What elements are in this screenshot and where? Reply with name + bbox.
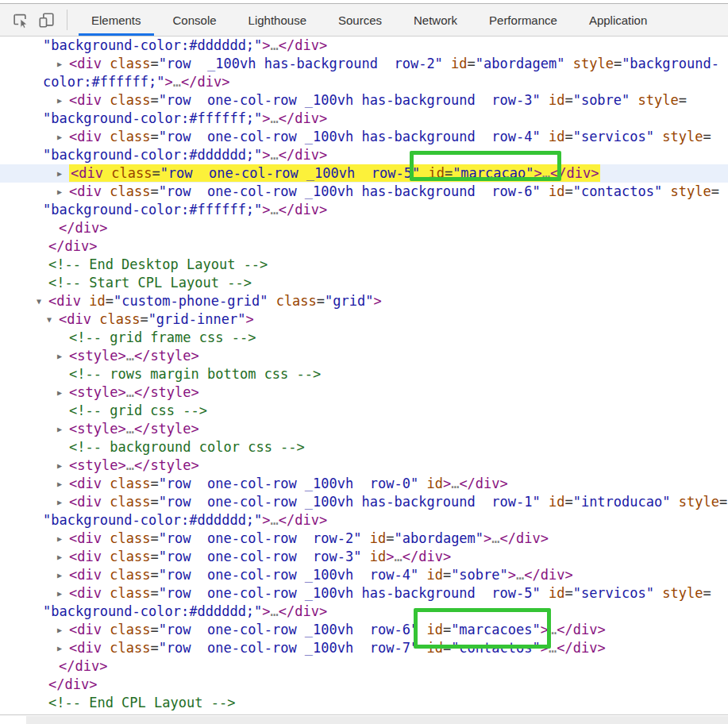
- inspect-icon[interactable]: [8, 8, 32, 32]
- tree-node[interactable]: </div>: [0, 657, 728, 676]
- tree-node[interactable]: ▼<div id="custom-phone-grid" class="grid…: [0, 292, 728, 310]
- syntax-token: style: [679, 494, 719, 510]
- twisty-collapsed-icon[interactable]: ▶: [57, 91, 62, 110]
- tab-network[interactable]: Network: [398, 4, 473, 36]
- tab-performance[interactable]: Performance: [473, 4, 573, 36]
- twisty-collapsed-icon[interactable]: ▶: [57, 566, 62, 584]
- tree-node[interactable]: "background-color:#dddddd;">…</div>: [0, 511, 728, 530]
- twisty-collapsed-icon[interactable]: ▶: [57, 493, 62, 511]
- syntax-token: <div: [48, 293, 89, 309]
- tree-node[interactable]: <!-- background color css -->: [0, 438, 728, 456]
- tree-node[interactable]: <!-- grid css -->: [0, 402, 728, 420]
- syntax-token: id: [89, 293, 105, 309]
- twisty-collapsed-icon[interactable]: ▶: [57, 164, 62, 183]
- tree-node[interactable]: ▶<style>…</style>: [0, 383, 728, 402]
- syntax-token: class: [111, 165, 152, 181]
- tree-node[interactable]: ▶<div class="row one-col-row _100vh has-…: [0, 91, 728, 110]
- tree-node[interactable]: "background-color:#dddddd;">…</div>: [0, 37, 728, 55]
- twisty-collapsed-icon[interactable]: ▶: [57, 128, 62, 146]
- tree-node[interactable]: color:#ffffff;">…</div>: [0, 73, 728, 91]
- syntax-token: class: [110, 494, 150, 510]
- tree-node[interactable]: ▶<div class="row one-col-row _100vh row-…: [0, 621, 728, 639]
- twisty-collapsed-icon[interactable]: ▶: [57, 55, 62, 73]
- syntax-token: >: [508, 567, 516, 583]
- tree-node[interactable]: ▶<div class="row one-col-row _100vh has-…: [0, 493, 728, 511]
- tab-console[interactable]: Console: [157, 4, 233, 36]
- twisty-collapsed-icon[interactable]: ▶: [57, 420, 62, 438]
- syntax-token: "servicos": [573, 129, 654, 144]
- syntax-token: <!-- background color css -->: [69, 439, 305, 455]
- syntax-token: =: [564, 494, 572, 510]
- tree-node[interactable]: <!-- grid frame css -->: [0, 329, 728, 347]
- syntax-token: >: [262, 37, 270, 53]
- syntax-token: >: [386, 549, 394, 564]
- syntax-token: =: [445, 165, 453, 181]
- tree-node[interactable]: "background-color:#ffffff;">…</div>: [0, 201, 728, 219]
- twisty-expanded-icon[interactable]: ▼: [47, 310, 52, 329]
- tab-lighthouse[interactable]: Lighthouse: [233, 4, 322, 36]
- tree-node[interactable]: ▶<div class="row one-col-row row-2" id="…: [0, 530, 728, 548]
- tree-node[interactable]: </div>: [0, 676, 728, 694]
- syntax-token: …: [126, 348, 134, 364]
- scrollbar-track[interactable]: [26, 716, 728, 724]
- tree-node[interactable]: "background-color:#dddddd;">…</div>: [0, 146, 728, 164]
- tree-node[interactable]: ▶<div class="row one-col-row row-3" id>……: [0, 548, 728, 566]
- twisty-collapsed-icon[interactable]: ▶: [57, 584, 62, 603]
- twisty-collapsed-icon[interactable]: ▶: [57, 621, 62, 639]
- syntax-token: =: [703, 129, 711, 144]
- tree-node[interactable]: ▶<div class="row one-col-row _100vh row-…: [0, 639, 728, 657]
- tree-node[interactable]: ▶<div class="row one-col-row _100vh has-…: [0, 183, 728, 201]
- tree-node[interactable]: ▶<style>…</style>: [0, 456, 728, 475]
- tree-node[interactable]: "background-color:#ffffff;">…</div>: [0, 110, 728, 128]
- tree-node[interactable]: <!-- Start CPL Layout -->: [0, 274, 728, 292]
- syntax-token: >: [483, 530, 491, 546]
- tree-node[interactable]: <!-- End CPL Layout -->: [0, 694, 728, 712]
- syntax-token: "row one-col-row _100vh has-background r…: [159, 494, 541, 510]
- twisty-collapsed-icon[interactable]: ▶: [57, 383, 62, 402]
- tree-node[interactable]: <!-- End Desktop Layout -->: [0, 256, 728, 274]
- tree-node[interactable]: </div>: [0, 237, 728, 256]
- tab-application[interactable]: Application: [573, 4, 663, 36]
- tree-node[interactable]: ▶<div class="row _100vh has-background r…: [0, 55, 728, 73]
- twisty-collapsed-icon[interactable]: ▶: [57, 475, 62, 493]
- syntax-token: <style>: [69, 457, 126, 473]
- tree-node[interactable]: "background-color:#dddddd;">…</div>: [0, 603, 728, 621]
- syntax-token: <div: [69, 530, 110, 546]
- horizontal-scrollbar[interactable]: [0, 714, 728, 724]
- syntax-token: [541, 183, 549, 199]
- syntax-token: =: [150, 129, 158, 144]
- tree-node[interactable]: ▼<div class="grid-inner">: [0, 310, 728, 329]
- tree-node[interactable]: ▶<div class="row one-col-row _100vh has-…: [0, 128, 728, 146]
- tab-elements[interactable]: Elements: [75, 4, 157, 36]
- twisty-collapsed-icon[interactable]: ▶: [57, 548, 62, 566]
- syntax-token: <div: [69, 92, 110, 108]
- tree-node[interactable]: ▶<style>…</style>: [0, 347, 728, 365]
- syntax-token: =: [614, 56, 622, 71]
- syntax-token: "background-: [622, 56, 719, 71]
- tree-node[interactable]: ▶<div class="row one-col-row _100vh row-…: [0, 475, 728, 493]
- tree-node[interactable]: ▶<style>…</style>: [0, 420, 728, 438]
- twisty-collapsed-icon[interactable]: ▶: [57, 456, 62, 475]
- tree-node-selected[interactable]: ▶<div class="row one-col-row _100vh row-…: [0, 164, 728, 183]
- device-toolbar-icon[interactable]: [35, 8, 59, 32]
- syntax-token: >: [262, 512, 270, 528]
- syntax-token: id: [370, 549, 386, 564]
- tab-sources[interactable]: Sources: [322, 4, 398, 36]
- syntax-token: >: [541, 640, 549, 656]
- twisty-collapsed-icon[interactable]: ▶: [57, 183, 62, 201]
- tree-node[interactable]: ▶<div class="row one-col-row _100vh row-…: [0, 566, 728, 584]
- tree-node[interactable]: <!-- rows margin bottom css -->: [0, 365, 728, 383]
- syntax-token: =: [150, 494, 158, 510]
- syntax-token: id: [426, 476, 442, 491]
- syntax-token: </style>: [134, 348, 199, 364]
- twisty-expanded-icon[interactable]: ▼: [37, 292, 41, 310]
- syntax-token: =: [152, 165, 160, 181]
- twisty-collapsed-icon[interactable]: ▶: [57, 347, 62, 365]
- syntax-token: [420, 165, 428, 181]
- twisty-collapsed-icon[interactable]: ▶: [57, 530, 62, 548]
- tree-node[interactable]: </div>: [0, 219, 728, 237]
- twisty-collapsed-icon[interactable]: ▶: [57, 639, 62, 657]
- tree-node[interactable]: ▶<div class="row one-col-row _100vh has-…: [0, 584, 728, 603]
- syntax-token: style: [638, 92, 679, 108]
- syntax-token: "row one-col-row _100vh row-4": [159, 567, 419, 583]
